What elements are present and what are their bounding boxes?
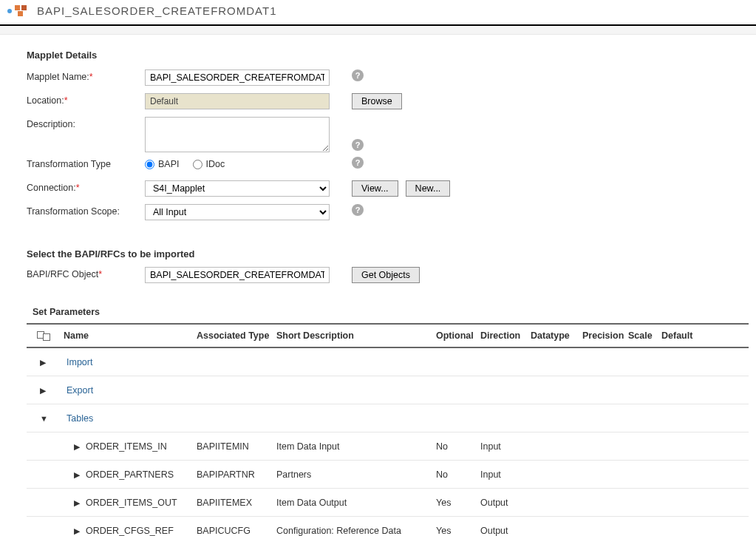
mapplet-name-label: Mapplet Name:* — [27, 69, 145, 82]
table-row[interactable]: ▶ ORDER_ITEMS_IN BAPIITEMIN Item Data In… — [27, 432, 749, 461]
col-direction: Direction — [480, 330, 531, 341]
group-export[interactable]: ▶ Export — [27, 376, 749, 404]
params-table: Name Associated Type Short Description O… — [27, 323, 749, 536]
row-direction: Output — [480, 498, 531, 508]
row-desc: Item Data Input — [276, 441, 436, 452]
table-row[interactable]: ▶ ORDER_PARTNERS BAPIPARTNR Partners No … — [27, 461, 749, 489]
transformation-scope-select[interactable]: All Input — [145, 204, 330, 220]
row-optional: No — [436, 441, 480, 452]
row-direction: Input — [480, 469, 531, 480]
main-content: Mapplet Details Mapplet Name:* ? Locatio… — [0, 35, 756, 536]
row-assoc: BAPIITEMEX — [197, 498, 276, 508]
group-name: Import — [64, 357, 197, 367]
table-row[interactable]: ▶ ORDER_CFGS_REF BAPICUCFG Configuration… — [27, 517, 749, 536]
row-desc: Configuration: Reference Data — [276, 526, 436, 536]
caret-right-icon[interactable]: ▶ — [74, 498, 80, 508]
connection-select[interactable]: S4I_Mapplet — [145, 180, 330, 197]
view-button[interactable]: View... — [352, 180, 398, 197]
radio-idoc[interactable]: IDoc — [193, 159, 225, 169]
row-assoc: BAPIITEMIN — [197, 441, 276, 452]
mapplet-name-input[interactable] — [145, 69, 330, 86]
location-input — [145, 93, 330, 109]
set-parameters-heading: Set Parameters — [33, 307, 749, 317]
row-desc: Partners — [276, 469, 436, 480]
description-textarea[interactable] — [145, 117, 330, 152]
row-optional: Yes — [436, 498, 480, 508]
col-precision: Precision — [582, 330, 628, 341]
group-name: Tables — [64, 413, 197, 424]
row-assoc: BAPICUCFG — [197, 526, 276, 536]
table-row[interactable]: ▶ ORDER_ITEMS_OUT BAPIITEMEX Item Data O… — [27, 489, 749, 517]
connection-label: Connection:* — [27, 180, 145, 193]
caret-right-icon[interactable]: ▶ — [74, 526, 80, 536]
description-label: Description: — [27, 117, 145, 129]
row-direction: Input — [480, 441, 531, 452]
import-section-heading: Select the BAPI/RFCs to be imported — [27, 248, 749, 259]
new-button[interactable]: New... — [406, 180, 451, 197]
group-tables[interactable]: ▼ Tables — [27, 404, 749, 432]
row-direction: Output — [480, 526, 531, 536]
help-icon[interactable]: ? — [352, 157, 364, 169]
transformation-type-label: Transformation Type — [27, 157, 145, 169]
group-name: Export — [64, 385, 197, 396]
row-name: ORDER_PARTNERS — [86, 469, 197, 480]
col-datatype: Datatype — [531, 330, 582, 341]
row-name: ORDER_ITEMS_IN — [86, 441, 197, 452]
row-name: ORDER_ITEMS_OUT — [86, 498, 197, 508]
title-bar: BAPI_SALESORDER_CREATEFROMDAT1 — [0, 0, 756, 26]
transformation-scope-label: Transformation Scope: — [27, 204, 145, 217]
page-title: BAPI_SALESORDER_CREATEFROMDAT1 — [37, 4, 277, 17]
caret-right-icon[interactable]: ▶ — [74, 442, 80, 452]
caret-right-icon[interactable]: ▶ — [40, 386, 46, 396]
location-label: Location:* — [27, 93, 145, 106]
help-icon[interactable]: ? — [352, 69, 364, 81]
bapi-object-label: BAPI/RFC Object* — [27, 267, 145, 279]
browse-button[interactable]: Browse — [352, 93, 402, 109]
bapi-object-input[interactable] — [145, 267, 330, 283]
separator-strip — [0, 26, 756, 35]
col-name: Name — [64, 330, 197, 341]
caret-right-icon[interactable]: ▶ — [74, 470, 80, 480]
group-import[interactable]: ▶ Import — [27, 348, 749, 376]
params-table-header: Name Associated Type Short Description O… — [27, 325, 749, 348]
col-default: Default — [661, 330, 706, 341]
col-scale: Scale — [628, 330, 661, 341]
expand-collapse-icon[interactable] — [37, 331, 50, 341]
mapplet-details-heading: Mapplet Details — [27, 50, 749, 61]
help-icon[interactable]: ? — [352, 204, 364, 216]
help-icon[interactable]: ? — [352, 139, 364, 151]
app-icon — [7, 5, 28, 17]
radio-idoc-input[interactable] — [193, 160, 202, 169]
get-objects-button[interactable]: Get Objects — [352, 267, 420, 283]
row-optional: Yes — [436, 526, 480, 536]
row-optional: No — [436, 469, 480, 480]
row-assoc: BAPIPARTNR — [197, 469, 276, 480]
radio-bapi-input[interactable] — [145, 160, 154, 169]
col-desc: Short Description — [276, 330, 436, 341]
caret-down-icon[interactable]: ▼ — [40, 414, 48, 423]
row-desc: Item Data Output — [276, 498, 436, 508]
caret-right-icon[interactable]: ▶ — [40, 358, 46, 367]
col-optional: Optional — [436, 330, 480, 341]
radio-bapi[interactable]: BAPI — [145, 159, 180, 169]
row-name: ORDER_CFGS_REF — [86, 526, 197, 536]
col-assoc: Associated Type — [197, 330, 276, 341]
